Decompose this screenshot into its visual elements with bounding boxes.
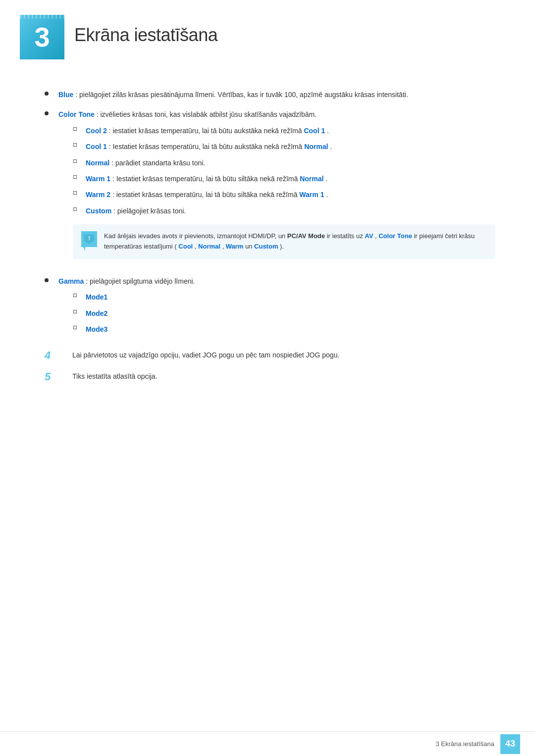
- info-icon: !: [84, 234, 94, 244]
- text-gamma: : pielāgojiet spilgtuma vidējo līmeni.: [86, 277, 195, 285]
- term-color-tone: Color Tone: [58, 110, 95, 118]
- chapter-header: 3 Ekrāna iestatīšana: [0, 0, 535, 79]
- term-normal: Normal: [86, 159, 109, 167]
- page-container: 3 Ekrāna iestatīšana Blue : pielāgojiet …: [0, 0, 535, 756]
- ref-normal-2: Normal: [300, 175, 323, 183]
- sub-text-warm1: Warm 1 : Iestatiet krāsas temperatūru, l…: [86, 173, 495, 184]
- sub-bullet: [73, 294, 77, 297]
- ref-warm1: Warm 1: [299, 191, 324, 199]
- sub-text-mode3: Mode3: [86, 324, 495, 335]
- sub-bullet: [73, 191, 77, 195]
- ref-normal-1: Normal: [304, 143, 328, 151]
- footer-page-number: 43: [500, 734, 520, 754]
- note-text: Kad ārējais ievades avots ir pievienots,…: [104, 231, 487, 252]
- ref-cool1: Cool 1: [304, 127, 325, 135]
- term-cool-note: Cool: [178, 243, 193, 250]
- sub-text-mode1: Mode1: [86, 292, 495, 302]
- list-item-blue: Blue : pielāgojiet zilās krāsas piesātin…: [40, 89, 495, 100]
- bullet-dot-color-tone: [45, 111, 49, 115]
- list-item: Cool 2 : iestatiet krāsas temperatūru, l…: [58, 125, 495, 136]
- note-box: ! Kad ārējais ievades avots ir pievienot…: [73, 224, 495, 259]
- chapter-number: 3: [34, 23, 50, 51]
- list-item: Mode3: [58, 324, 495, 335]
- list-item-gamma: Gamma : pielāgojiet spilgtuma vidējo līm…: [40, 276, 495, 340]
- list-item: Mode2: [58, 308, 495, 319]
- term-blue: Blue: [58, 91, 73, 99]
- list-item: Cool 1 : Iestatiet krāsas temperatūru, l…: [58, 141, 495, 152]
- term-cool2: Cool 2: [86, 127, 107, 135]
- step-text-5: Tiks iestatīta atlasītā opcija.: [72, 370, 495, 383]
- term-color-tone-note: Color Tone: [378, 232, 412, 240]
- sub-text-custom: Custom : pielāgojiet krāsas toni.: [86, 205, 495, 216]
- content-area: Blue : pielāgojiet zilās krāsas piesātin…: [0, 79, 535, 410]
- sub-bullet: [73, 326, 77, 329]
- term-mode1: Mode1: [86, 293, 107, 301]
- step-5: 5 Tiks iestatīta atlasītā opcija.: [40, 370, 495, 384]
- sub-bullet: [73, 159, 77, 163]
- sub-list-gamma: Mode1 Mode2 Mode3: [58, 292, 495, 335]
- text-blue: : pielāgojiet zilās krāsas piesātinājuma…: [75, 91, 408, 99]
- list-item: Warm 2 : iestatiet krāsas temperatūru, l…: [58, 189, 495, 200]
- sub-bullet: [73, 127, 77, 131]
- term-warm2: Warm 2: [86, 191, 110, 199]
- text-color-tone: : izvēlieties krāsas toni, kas vislabāk …: [97, 110, 317, 118]
- sub-bullet: [73, 175, 77, 179]
- sub-bullet: [73, 143, 77, 147]
- term-gamma: Gamma: [58, 277, 84, 285]
- step-4: 4 Lai pārvietotos uz vajadzīgo opciju, v…: [40, 349, 495, 363]
- footer-chapter-ref: 3 Ekrāna iestatīšana: [435, 740, 494, 748]
- list-item: Mode1: [58, 292, 495, 302]
- bullet-dot-gamma: [45, 278, 49, 282]
- term-mode3: Mode3: [86, 325, 107, 333]
- main-bullet-list: Blue : pielāgojiet zilās krāsas piesātin…: [40, 89, 495, 340]
- bullet-text-gamma: Gamma : pielāgojiet spilgtuma vidējo līm…: [58, 276, 495, 340]
- sub-text-mode2: Mode2: [86, 308, 495, 319]
- bullet-text-blue: Blue : pielāgojiet zilās krāsas piesātin…: [58, 89, 495, 100]
- sub-bullet: [73, 207, 77, 211]
- term-warm-note: Warm: [226, 243, 244, 250]
- sub-text-warm2: Warm 2 : iestatiet krāsas temperatūru, l…: [86, 189, 495, 200]
- step-number-4: 4: [45, 349, 64, 363]
- list-item: Custom : pielāgojiet krāsas toni.: [58, 205, 495, 216]
- list-item: Warm 1 : Iestatiet krāsas temperatūru, l…: [58, 173, 495, 184]
- sub-bullet: [73, 310, 77, 313]
- step-number-5: 5: [45, 370, 64, 384]
- term-normal-note: Normal: [198, 243, 220, 250]
- term-mode2: Mode2: [86, 309, 107, 317]
- sub-text-normal: Normal : parādiet standarta krāsu toni.: [86, 157, 495, 168]
- term-custom-note: Custom: [254, 243, 278, 250]
- sub-text-cool1: Cool 1 : Iestatiet krāsas temperatūru, l…: [86, 141, 495, 152]
- step-text-4: Lai pārvietotos uz vajadzīgo opciju, vad…: [72, 349, 495, 361]
- term-custom: Custom: [86, 207, 111, 215]
- bullet-dot: [45, 92, 49, 96]
- list-item-color-tone: Color Tone : izvēlieties krāsas toni, ka…: [40, 109, 495, 266]
- term-pcav: PC/AV Mode: [287, 232, 325, 240]
- chapter-number-box: 3: [20, 15, 64, 59]
- list-item: Normal : parādiet standarta krāsu toni.: [58, 157, 495, 168]
- note-icon: !: [81, 231, 97, 247]
- bullet-text-color-tone: Color Tone : izvēlieties krāsas toni, ka…: [58, 109, 495, 266]
- svg-text:!: !: [88, 235, 90, 241]
- sub-list-color-tone: Cool 2 : iestatiet krāsas temperatūru, l…: [58, 125, 495, 216]
- chapter-title: Ekrāna iestatīšana: [74, 15, 217, 46]
- page-footer: 3 Ekrāna iestatīšana 43: [0, 731, 535, 756]
- term-cool1: Cool 1: [86, 143, 107, 151]
- sub-text-cool2: Cool 2 : iestatiet krāsas temperatūru, l…: [86, 125, 495, 136]
- term-av: AV: [365, 232, 373, 240]
- term-warm1: Warm 1: [86, 175, 110, 183]
